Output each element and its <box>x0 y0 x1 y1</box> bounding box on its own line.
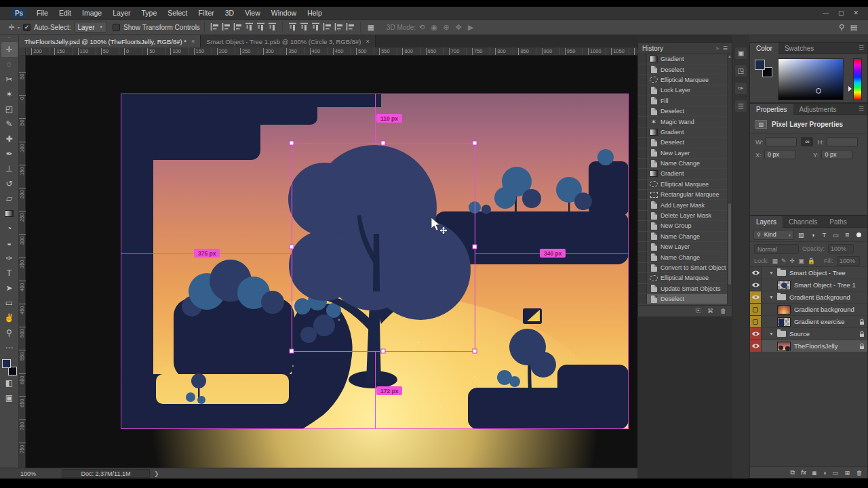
history-state-row[interactable]: Lock Layer <box>638 85 732 96</box>
layer-row-gradient-background[interactable]: ▼Gradient Background <box>750 291 867 304</box>
3d-rotate-icon[interactable]: ⟲ <box>416 23 428 32</box>
tab-properties[interactable]: Properties <box>750 104 793 115</box>
distribute-top-icon[interactable] <box>288 23 297 32</box>
history-scrollbar[interactable]: ▲ <box>727 54 732 305</box>
lock-transparency-icon[interactable]: ▦ <box>772 258 778 264</box>
opacity-field[interactable]: 100% <box>828 244 854 253</box>
delete-state-icon[interactable]: 🗑 <box>720 308 726 314</box>
quick-mask-icon[interactable]: ◧ <box>1 375 18 390</box>
history-state-row[interactable]: Gradient <box>638 54 732 64</box>
history-state-row[interactable]: Elliptical Marquee <box>638 180 732 190</box>
layer-visibility-well[interactable] <box>750 279 762 291</box>
close-button[interactable]: ✕ <box>853 9 859 16</box>
history-brush-source-well[interactable] <box>638 75 647 85</box>
visibility-toggle[interactable] <box>753 319 758 325</box>
filter-smart-objects-icon[interactable]: ⧈ <box>843 230 852 239</box>
history-state-row[interactable]: Update Smart Objects <box>638 284 732 294</box>
tab-color[interactable]: Color <box>750 43 778 54</box>
dodge-tool-icon[interactable]: ◒ <box>1 236 18 251</box>
history-brush-source-well[interactable] <box>638 200 647 209</box>
menu-view[interactable]: View <box>239 7 266 20</box>
history-brush-source-well[interactable] <box>638 106 647 116</box>
history-state-row[interactable]: Name Change <box>638 252 732 262</box>
healing-brush-tool-icon[interactable]: ✚ <box>1 131 18 146</box>
tab-adjustments[interactable]: Adjustments <box>793 104 843 115</box>
layer-row-smart-object-tree[interactable]: ▼Smart Object - Tree <box>750 267 867 279</box>
layer-row-source[interactable]: ▼Source <box>750 328 867 340</box>
menu-filter[interactable]: Filter <box>193 7 219 20</box>
history-state-row[interactable]: Name Change <box>638 159 732 169</box>
more-tools-ellipsis-icon[interactable]: ⋯ <box>1 340 18 355</box>
layer-thumbnail[interactable] <box>777 342 791 351</box>
history-state-row[interactable]: Fill <box>638 96 732 106</box>
layer-row-gradient-exercise[interactable]: Gradient exercise <box>750 316 867 328</box>
layer-row-thefloorisjelly[interactable]: TheFloorIsJelly <box>750 340 867 352</box>
show-transform-checkbox[interactable] <box>113 24 120 31</box>
eye-icon[interactable] <box>751 343 760 349</box>
history-state-row[interactable]: Gradient <box>638 127 732 138</box>
type-tool-icon[interactable]: T <box>1 266 18 281</box>
history-state-row[interactable]: New Layer <box>638 242 732 252</box>
path-selection-tool-icon[interactable]: ➤ <box>1 281 18 296</box>
layer-row-smart-object-tree-1[interactable]: Smart Object - Tree 1 <box>750 279 867 291</box>
foreground-color-swatch[interactable] <box>2 359 11 368</box>
auto-select-target-dropdown[interactable]: Layer▾ <box>74 22 107 33</box>
history-brush-source-well[interactable] <box>638 273 647 283</box>
align-top-edges-icon[interactable] <box>245 23 254 32</box>
lasso-tool-icon[interactable]: ✂ <box>1 72 18 87</box>
history-state-row[interactable]: Deselect <box>638 294 732 304</box>
distribute-bottom-icon[interactable] <box>311 23 320 32</box>
history-brush-source-well[interactable] <box>638 54 647 64</box>
blend-mode-dropdown[interactable]: Normal <box>754 244 799 254</box>
brush-tool-icon[interactable]: ✒ <box>1 146 18 161</box>
history-state-row[interactable]: New Layer <box>638 148 732 159</box>
layer-filter-kind-dropdown[interactable]: ⚲ Kind ▾ <box>753 230 794 240</box>
marquee-tool-icon[interactable]: ◌ <box>1 57 18 72</box>
history-brush-source-well[interactable] <box>638 180 647 189</box>
layer-row-gradient-background[interactable]: Gradient background <box>750 304 867 316</box>
distribute-right-icon[interactable] <box>346 23 355 32</box>
auto-select-checkbox[interactable]: ✓ <box>23 24 31 31</box>
x-field[interactable]: 0 px <box>764 150 795 159</box>
layer-effects-icon[interactable]: fx <box>801 469 806 476</box>
pen-tool-icon[interactable]: ✑ <box>1 251 18 266</box>
3d-roll-icon[interactable]: ◉ <box>428 23 440 32</box>
history-brush-source-well[interactable] <box>638 294 647 304</box>
lock-position-icon[interactable]: ✛ <box>790 258 795 264</box>
tab-close-icon[interactable]: × <box>366 38 369 45</box>
collapse-panel-icon[interactable]: » <box>715 45 718 52</box>
filter-shape-layers-icon[interactable]: ▭ <box>831 231 840 239</box>
menu-image[interactable]: Image <box>77 7 107 20</box>
horizontal-ruler[interactable]: 2001501005005010015020025030035040045050… <box>26 47 637 56</box>
align-bottom-edges-icon[interactable] <box>268 23 277 32</box>
eyedropper-tool-icon[interactable]: ✎ <box>1 117 18 131</box>
visibility-toggle[interactable] <box>753 307 758 312</box>
history-state-row[interactable]: Elliptical Marquee <box>638 273 732 283</box>
color-field-cursor[interactable] <box>816 88 821 94</box>
tab-close-icon[interactable]: × <box>191 38 195 45</box>
layer-visibility-well[interactable] <box>750 328 762 340</box>
distribute-spacing-icon[interactable]: ▦ <box>365 23 377 32</box>
delete-layer-icon[interactable]: 🗑 <box>856 469 863 476</box>
layer-thumbnail[interactable] <box>777 305 791 314</box>
eye-icon[interactable] <box>751 282 760 288</box>
hue-slider[interactable] <box>853 58 862 100</box>
new-snapshot-icon[interactable]: ⌘ <box>707 308 713 314</box>
history-state-row[interactable]: ✶Magic Wand <box>638 117 732 127</box>
menu-file[interactable]: File <box>31 7 54 20</box>
history-brush-source-well[interactable] <box>638 138 647 147</box>
3d-scale-icon[interactable]: ▶ <box>465 23 477 32</box>
history-brush-source-well[interactable] <box>638 232 647 241</box>
distribute-left-icon[interactable] <box>323 23 332 32</box>
move-tool-icon[interactable]: ✛ <box>1 42 18 57</box>
history-brush-source-well[interactable] <box>638 190 647 199</box>
tab-paths[interactable]: Paths <box>823 216 853 228</box>
lock-pixels-icon[interactable]: ✎ <box>781 258 787 264</box>
filter-pixel-layers-icon[interactable]: ▨ <box>797 231 806 239</box>
clone-stamp-tool-icon[interactable]: ⊥ <box>1 161 18 176</box>
panel-menu-icon[interactable]: ☰ <box>859 104 867 115</box>
collapsed-panel-export-icon[interactable]: ◳ <box>735 65 747 77</box>
layer-visibility-well[interactable] <box>750 340 762 352</box>
layer-thumbnail[interactable] <box>777 281 791 290</box>
filter-adjustment-layers-icon[interactable]: ◑ <box>808 231 817 239</box>
